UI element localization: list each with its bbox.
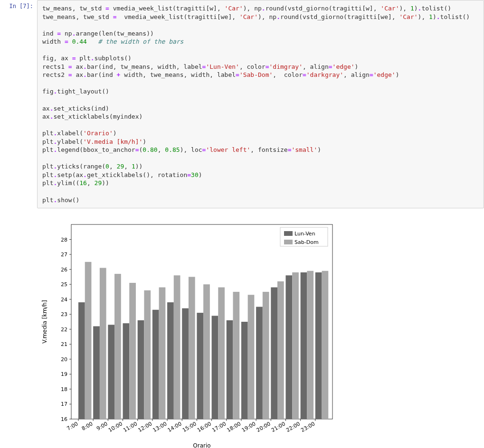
svg-rect-100 [284,240,293,244]
svg-rect-87 [301,272,307,419]
svg-text:28: 28 [61,237,67,243]
svg-rect-28 [85,262,92,419]
svg-rect-60 [203,284,210,419]
svg-text:Lun-Ven: Lun-Ven [294,231,315,237]
svg-rect-98 [284,231,293,236]
svg-rect-47 [152,310,159,419]
svg-rect-27 [78,302,85,419]
svg-text:9:00: 9:00 [95,420,109,432]
svg-rect-39 [123,323,130,419]
code-cell: In [7]: tw_means, tw_std = vmedia_week_l… [0,0,484,208]
svg-rect-56 [189,277,195,420]
svg-text:7:00: 7:00 [66,420,79,432]
svg-text:22:00: 22:00 [285,420,301,433]
svg-text:8:00: 8:00 [81,420,94,432]
svg-rect-64 [218,288,225,420]
svg-rect-35 [108,325,114,419]
svg-text:18: 18 [61,386,67,392]
svg-rect-40 [129,283,136,419]
svg-rect-59 [197,313,203,419]
bar-chart: 161718192021222324252627287:008:009:0010… [38,215,337,448]
svg-rect-67 [227,320,233,419]
svg-text:24: 24 [61,297,67,303]
svg-text:21:00: 21:00 [270,420,286,433]
svg-rect-92 [322,271,329,419]
svg-text:10:00: 10:00 [107,420,123,433]
svg-text:20:00: 20:00 [256,420,272,433]
svg-rect-79 [271,288,277,420]
svg-text:Sab-Dom: Sab-Dom [294,239,319,245]
svg-text:17:00: 17:00 [211,420,227,433]
svg-text:21: 21 [61,341,67,347]
svg-text:15:00: 15:00 [181,420,198,433]
svg-text:25: 25 [61,281,67,288]
svg-rect-55 [182,308,189,419]
svg-rect-80 [277,281,284,419]
svg-rect-63 [212,316,218,420]
svg-text:14:00: 14:00 [167,420,183,433]
svg-text:13:00: 13:00 [152,420,168,433]
svg-rect-51 [167,302,174,419]
svg-rect-68 [233,292,239,419]
input-prompt: In [7]: [0,0,37,9]
svg-rect-91 [315,272,322,419]
svg-text:19: 19 [61,372,67,378]
svg-text:V.media [km/h]: V.media [km/h] [41,300,48,343]
svg-text:19:00: 19:00 [241,420,257,433]
svg-text:17: 17 [61,401,67,408]
svg-text:12:00: 12:00 [137,420,153,433]
svg-rect-71 [241,322,248,419]
svg-rect-83 [285,275,292,419]
svg-rect-75 [256,307,263,420]
svg-rect-72 [248,295,255,419]
svg-rect-43 [138,320,144,419]
svg-text:22: 22 [61,327,67,333]
svg-text:16: 16 [61,416,67,422]
svg-rect-48 [159,288,166,420]
svg-text:20: 20 [61,356,67,363]
svg-rect-88 [307,271,313,419]
code-input[interactable]: tw_means, tw_std = vmedia_week_list(trag… [37,0,484,208]
svg-text:23:00: 23:00 [300,420,316,433]
svg-text:23: 23 [61,311,67,317]
svg-text:11:00: 11:00 [122,420,138,433]
svg-text:Orario: Orario [193,442,210,448]
svg-rect-31 [93,327,100,420]
svg-rect-44 [144,290,151,419]
svg-text:26: 26 [61,267,67,273]
svg-rect-84 [292,272,299,419]
chart-svg: 161718192021222324252627287:008:009:0010… [38,215,337,448]
svg-rect-76 [263,292,269,419]
output-area: 161718192021222324252627287:008:009:0010… [33,208,484,448]
svg-rect-36 [114,274,121,419]
svg-text:16:00: 16:00 [196,420,212,433]
svg-rect-52 [174,275,180,419]
svg-text:18:00: 18:00 [226,420,242,433]
svg-rect-32 [100,268,106,420]
svg-text:27: 27 [61,252,67,258]
